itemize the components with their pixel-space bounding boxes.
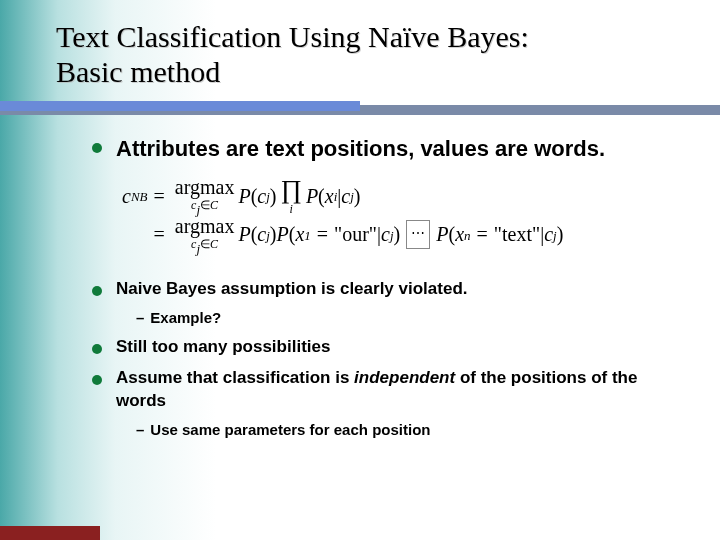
f-prod: ∏ i (280, 177, 301, 215)
bullet-2-sub-text: Example? (150, 309, 221, 326)
bullet-2-text: Naive Bayes assumption is clearly violat… (116, 278, 468, 301)
bullet-4: Assume that classification is independen… (92, 367, 670, 413)
f-cnb-sub: NB (131, 185, 148, 210)
f-P2: P (306, 177, 318, 215)
f-argmax1-bot: cj∈C (191, 199, 218, 214)
f-argmax1-top: argmax (175, 177, 235, 197)
f-argmax1: argmax cj∈C (175, 177, 235, 214)
footer-accent-bar (0, 526, 100, 540)
bullet-2-sub: –Example? (136, 309, 670, 326)
bullet-4-text: Assume that classification is independen… (116, 367, 670, 413)
f-argmax2-bot: cj∈C (191, 238, 218, 253)
bullet-icon (92, 286, 102, 296)
bullet-3: Still too many possibilities (92, 336, 670, 359)
bullet-4-sub: –Use same parameters for each position (136, 421, 670, 438)
f-P3: P (238, 215, 250, 253)
bullet-4-a: Assume that classification is (116, 368, 354, 387)
bullet-icon (92, 143, 102, 153)
bullet-1: Attributes are text positions, values ar… (92, 135, 670, 163)
f-argmax2-top: argmax (175, 216, 235, 236)
f-P1: P (238, 177, 250, 215)
bullet-icon (92, 344, 102, 354)
formula-line-2: cNB = argmax cj∈C P(cj) P(x1 ="our" | cj… (122, 215, 670, 255)
f-P4: P (276, 215, 288, 253)
bullet-3-text: Still too many possibilities (116, 336, 330, 359)
product-icon: ∏ (280, 177, 301, 203)
bullet-2: Naive Bayes assumption is clearly violat… (92, 278, 670, 301)
dash-icon: – (136, 421, 144, 438)
f-P5: P (436, 215, 448, 253)
title-line-2: Basic method (56, 55, 220, 88)
bullet-4-em: independent (354, 368, 455, 387)
f-cnb-c: c (122, 177, 131, 215)
rule-bar (0, 101, 360, 111)
title-rule (0, 97, 720, 117)
slide: Text Classification Using Naïve Bayes: B… (0, 0, 720, 540)
dash-icon: – (136, 309, 144, 326)
ellipsis-icon: ⋯ (406, 220, 430, 249)
f-eq1: = (154, 177, 165, 215)
formula-block: cNB = argmax cj∈C P(cj) ∏ i P(xi | cj) c… (122, 177, 670, 255)
bullet-icon (92, 375, 102, 385)
bullet-1-text: Attributes are text positions, values ar… (116, 135, 605, 163)
f-text: "text" (494, 215, 540, 253)
f-our: "our" (334, 215, 377, 253)
f-prod-sub: i (290, 203, 293, 215)
title-line-1: Text Classification Using Naïve Bayes: (56, 20, 529, 53)
content-area: Attributes are text positions, values ar… (56, 135, 680, 438)
f-eq2: = (154, 215, 165, 253)
slide-title: Text Classification Using Naïve Bayes: B… (56, 20, 680, 89)
formula-line-1: cNB = argmax cj∈C P(cj) ∏ i P(xi | cj) (122, 177, 670, 215)
bullet-4-sub-text: Use same parameters for each position (150, 421, 430, 438)
f-argmax2: argmax cj∈C (175, 216, 235, 253)
